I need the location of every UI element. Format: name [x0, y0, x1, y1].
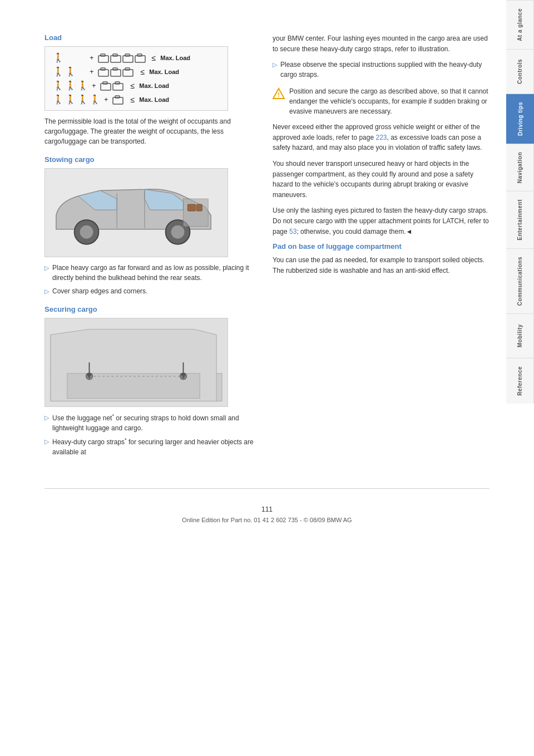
right-sidebar: At a glance Controls Driving tips Naviga… — [506, 0, 534, 756]
sidebar-tab-controls[interactable]: Controls — [506, 49, 534, 94]
sidebar-tab-reference[interactable]: Reference — [506, 358, 534, 404]
warning-text: Position and secure the cargo as describ… — [289, 86, 490, 116]
car-diagram — [44, 168, 228, 257]
right-column-bullets: ▷ Please observe the special instruction… — [273, 60, 490, 80]
svg-point-24 — [171, 225, 185, 239]
max-load-label-4: Max. Load — [139, 96, 169, 103]
svg-rect-7 — [137, 54, 142, 56]
svg-rect-5 — [125, 54, 130, 56]
svg-rect-2 — [111, 56, 121, 62]
luggage-icons-row4 — [112, 95, 126, 105]
right-bullet-1: ▷ Please observe the special instruction… — [273, 60, 490, 80]
arrow-icon-1: ▷ — [44, 263, 49, 283]
max-load-label-3: Max. Load — [139, 82, 169, 89]
svg-rect-12 — [123, 70, 133, 76]
pad-text: You can use the pad as needed, for examp… — [273, 255, 490, 276]
svg-rect-25 — [183, 199, 208, 227]
max-load-label-2: Max. Load — [149, 68, 179, 75]
footer-text: Online Edition for Part no. 01 41 2 602 … — [44, 517, 490, 523]
car-illustration — [45, 168, 228, 257]
svg-rect-15 — [103, 82, 107, 84]
securing-bullet-1: ▷ Use the luggage net* or securing strap… — [44, 413, 256, 433]
luggage-icons-row2 — [97, 67, 136, 77]
svg-rect-3 — [113, 54, 117, 56]
cargo-illustration — [45, 318, 228, 407]
svg-rect-10 — [111, 70, 121, 76]
stowing-cargo-bullets: ▷ Place heavy cargo as far forward and a… — [44, 263, 256, 296]
arrow-icon-4: ▷ — [44, 437, 49, 457]
load-heading: Load — [44, 33, 256, 42]
svg-rect-29 — [196, 204, 202, 211]
sidebar-tab-mobility[interactable]: Mobility — [506, 313, 534, 358]
warning-triangle-icon: ! — [273, 87, 285, 100]
arrow-icon-3: ▷ — [44, 413, 49, 433]
arrow-icon-2: ▷ — [44, 287, 49, 296]
warning-box: ! Position and secure the cargo as descr… — [273, 86, 490, 116]
svg-rect-6 — [135, 56, 145, 62]
svg-rect-9 — [101, 68, 105, 70]
right-column: your BMW center. Four lashing eyes mount… — [273, 33, 490, 466]
cargo-diagram — [44, 318, 228, 407]
stowing-cargo-section: Stowing cargo — [44, 155, 256, 296]
securing-bullet-2: ▷ Heavy-duty cargo straps* for securing … — [44, 436, 256, 457]
page-footer: 111 Online Edition for Part no. 01 41 2 … — [44, 488, 490, 523]
svg-rect-16 — [113, 84, 123, 90]
svg-rect-13 — [125, 68, 130, 70]
sidebar-tab-at-a-glance[interactable]: At a glance — [506, 0, 534, 49]
load-row-2: 🚶 🚶 + — [53, 66, 220, 77]
svg-rect-19 — [115, 96, 120, 98]
luggage-icons-row1 — [97, 53, 147, 63]
securing-cargo-section: Securing cargo — [44, 305, 256, 457]
svg-rect-18 — [113, 97, 123, 104]
load-body-text: The permissible load is the total of the… — [44, 116, 256, 146]
max-load-label-1: Max. Load — [160, 55, 190, 61]
svg-rect-1 — [101, 54, 105, 56]
page-link-53[interactable]: 53 — [289, 228, 296, 235]
luggage-icons-row3 — [100, 81, 126, 91]
svg-rect-14 — [101, 84, 111, 90]
svg-rect-4 — [123, 56, 133, 62]
pad-section: Pad on base of luggage compartment You c… — [273, 242, 490, 276]
stowing-cargo-heading: Stowing cargo — [44, 155, 256, 164]
page-link-223[interactable]: 223 — [375, 134, 387, 141]
paragraph2: You should never transport unsecured hea… — [273, 159, 490, 200]
stowing-bullet-2: ▷ Cover sharp edges and corners. — [44, 286, 256, 296]
person-icon: 🚶 — [53, 52, 64, 63]
svg-text:!: ! — [278, 91, 280, 98]
securing-cargo-heading: Securing cargo — [44, 305, 256, 313]
page-number: 111 — [44, 505, 490, 513]
load-row-3: 🚶 🚶 🚶 + — [53, 80, 220, 91]
paragraph1: Never exceed either the approved gross v… — [273, 122, 490, 153]
pad-on-base-heading: Pad on base of luggage compartment — [273, 242, 490, 251]
svg-rect-17 — [115, 82, 120, 84]
load-section: Load 🚶 + — [44, 33, 256, 146]
load-row-1: 🚶 + — [53, 52, 220, 63]
svg-rect-28 — [187, 204, 195, 211]
intro-text: your BMW center. Four lashing eyes mount… — [273, 33, 490, 54]
paragraph3: Use only the lashing eyes pictured to fa… — [273, 205, 490, 237]
sidebar-tab-driving-tips[interactable]: Driving tips — [506, 94, 534, 144]
svg-rect-11 — [113, 68, 117, 70]
sidebar-tab-entertainment[interactable]: Entertainment — [506, 191, 534, 248]
svg-point-22 — [80, 225, 93, 239]
securing-cargo-bullets: ▷ Use the luggage net* or securing strap… — [44, 413, 256, 457]
arrow-icon-5: ▷ — [273, 60, 277, 80]
load-diagram: 🚶 + — [44, 46, 228, 111]
stowing-bullet-1: ▷ Place heavy cargo as far forward and a… — [44, 263, 256, 283]
svg-rect-8 — [98, 70, 108, 76]
load-row-4: 🚶 🚶 🚶 🚶 + — [53, 94, 220, 105]
svg-rect-0 — [98, 56, 108, 62]
sidebar-tab-communications[interactable]: Communications — [506, 248, 534, 313]
sidebar-tab-navigation[interactable]: Navigation — [506, 144, 534, 191]
